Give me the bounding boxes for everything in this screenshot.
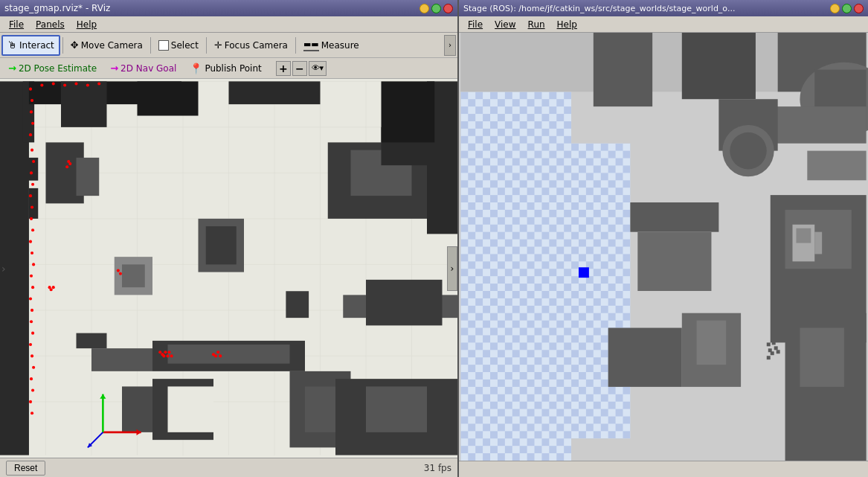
svg-rect-43 — [286, 291, 309, 318]
svg-rect-24 — [61, 81, 107, 127]
stage-menu-file[interactable]: File — [462, 18, 489, 31]
view-options-btn[interactable]: 👁▾ — [309, 61, 327, 76]
rviz-map-svg — [0, 79, 457, 458]
focus-camera-icon: ✛ — [214, 39, 222, 51]
reset-button[interactable]: Reset — [6, 461, 45, 476]
svg-point-76 — [32, 366, 35, 369]
svg-point-89 — [65, 165, 68, 168]
svg-point-57 — [30, 149, 33, 152]
svg-point-77 — [30, 377, 33, 380]
stage-window-controls — [830, 4, 864, 13]
stage-menu-help[interactable]: Help — [551, 18, 583, 31]
rviz-menu-help[interactable]: Help — [71, 18, 103, 31]
svg-point-80 — [30, 412, 33, 414]
rviz-map-viewport[interactable]: › › — [0, 79, 457, 458]
toolbar1-sep2 — [150, 37, 151, 54]
svg-rect-42 — [305, 386, 335, 432]
svg-point-74 — [29, 343, 32, 346]
svg-point-98 — [170, 354, 173, 357]
toolbar1-sep3 — [206, 37, 207, 54]
svg-point-67 — [32, 263, 35, 266]
rviz-menu-file[interactable]: File — [3, 18, 30, 31]
svg-point-92 — [158, 350, 161, 353]
svg-rect-120 — [594, 33, 652, 106]
pose-estimate-label: 2D Pose Estimate — [19, 63, 97, 74]
rviz-menubar: File Panels Help — [0, 16, 457, 33]
svg-rect-146 — [771, 351, 774, 355]
svg-point-73 — [31, 332, 34, 335]
stage-menubar: File View Run Help — [459, 16, 868, 33]
svg-rect-139 — [608, 328, 682, 387]
rviz-titlebar: stage_gmap.rviz* - RViz — [0, 0, 457, 16]
svg-point-86 — [97, 82, 100, 85]
move-camera-label: Move Camera — [81, 40, 143, 51]
svg-point-71 — [30, 309, 33, 312]
svg-point-105 — [52, 286, 55, 289]
svg-rect-136 — [800, 328, 843, 387]
rviz-minimize-btn[interactable] — [419, 4, 429, 13]
rviz-toolbar2: → 2D Pose Estimate → 2D Nav Goal 📍 Publi… — [0, 58, 457, 79]
pose-estimate-icon: → — [8, 63, 16, 74]
svg-point-82 — [52, 82, 55, 85]
svg-point-83 — [63, 83, 66, 86]
stage-minimize-btn[interactable] — [830, 4, 840, 13]
svg-point-102 — [219, 354, 222, 357]
measure-btn[interactable]: ▬▬ Measure — [298, 35, 364, 56]
interact-label: Interact — [19, 40, 54, 51]
rviz-toolbar1: 🖱 Interact ✥ Move Camera Select — [0, 33, 457, 58]
svg-point-54 — [30, 110, 33, 113]
svg-point-91 — [119, 272, 122, 275]
svg-point-97 — [168, 350, 171, 353]
svg-point-58 — [32, 160, 35, 163]
publish-point-btn[interactable]: 📍 Publish Point — [184, 60, 266, 77]
measure-icon: ▬▬ — [303, 39, 319, 51]
svg-point-75 — [30, 354, 33, 357]
svg-point-94 — [162, 354, 165, 357]
zoom-minus-btn[interactable]: − — [292, 61, 307, 76]
select-btn[interactable]: Select — [153, 35, 204, 56]
svg-point-101 — [216, 350, 219, 353]
rviz-window-controls — [419, 4, 453, 13]
svg-point-64 — [31, 228, 34, 231]
svg-point-72 — [30, 320, 33, 323]
rviz-menu-panels[interactable]: Panels — [30, 18, 71, 31]
pose-estimate-btn[interactable]: → 2D Pose Estimate — [3, 60, 102, 77]
stage-maximize-btn[interactable] — [842, 4, 852, 13]
svg-rect-141 — [697, 321, 727, 365]
svg-point-85 — [86, 83, 89, 86]
stage-viewport[interactable] — [459, 33, 868, 461]
panel-collapse-arrow[interactable]: › — [447, 246, 457, 291]
svg-rect-134 — [814, 232, 822, 254]
svg-point-70 — [29, 297, 32, 300]
rviz-close-btn[interactable] — [443, 4, 453, 13]
svg-rect-138 — [637, 232, 711, 291]
toolbar-collapse-btn[interactable]: › — [444, 35, 456, 56]
move-camera-btn[interactable]: ✥ Move Camera — [65, 35, 148, 56]
svg-point-104 — [50, 288, 53, 291]
measure-label: Measure — [321, 40, 359, 51]
interact-tool-btn[interactable]: 🖱 Interact — [1, 35, 60, 56]
focus-camera-btn[interactable]: ✛ Focus Camera — [209, 35, 293, 56]
svg-rect-25 — [138, 81, 199, 115]
move-camera-icon: ✥ — [71, 39, 79, 51]
svg-rect-133 — [796, 228, 811, 243]
svg-rect-40 — [168, 386, 214, 432]
svg-rect-37 — [168, 345, 290, 364]
rviz-maximize-btn[interactable] — [431, 4, 441, 13]
svg-rect-22 — [29, 188, 38, 219]
stage-window: Stage (ROS): /home/jf/catkin_ws/src/stag… — [459, 0, 868, 477]
stage-menu-view[interactable]: View — [489, 18, 521, 31]
zoom-plus-btn[interactable]: + — [276, 61, 291, 76]
scroll-left-arrow[interactable]: › — [1, 263, 6, 275]
stage-menu-run[interactable]: Run — [522, 18, 551, 31]
svg-rect-142 — [767, 342, 771, 346]
svg-rect-121 — [682, 33, 756, 99]
select-label: Select — [171, 40, 199, 51]
svg-rect-30 — [206, 226, 237, 264]
publish-point-icon: 📍 — [190, 63, 202, 74]
svg-rect-148 — [767, 356, 771, 359]
publish-point-label: Publish Point — [205, 63, 261, 74]
svg-point-95 — [164, 350, 167, 353]
nav-goal-btn[interactable]: → 2D Nav Goal — [105, 60, 181, 77]
stage-close-btn[interactable] — [854, 4, 864, 13]
